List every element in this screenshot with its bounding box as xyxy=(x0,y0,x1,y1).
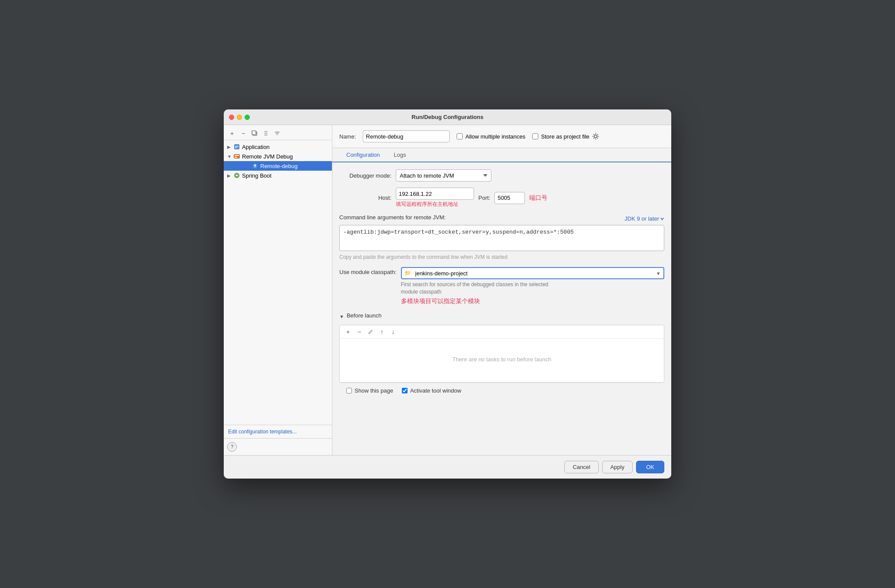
debugger-mode-row: Debugger mode: Attach to remote JVM List… xyxy=(339,169,664,182)
cmd-hint: Copy and paste the arguments to the comm… xyxy=(339,254,664,260)
module-annotation: 多模块项目可以指定某个模块 xyxy=(401,297,664,305)
before-launch-section: ▼ Before launch + − ↑ xyxy=(339,312,664,398)
store-as-project-checkbox[interactable] xyxy=(532,133,538,139)
sidebar-item-remote-debug[interactable]: Remote-debug xyxy=(224,161,332,171)
add-config-button[interactable]: + xyxy=(227,129,237,138)
show-page-group[interactable]: Show this page xyxy=(346,387,393,394)
command-textarea[interactable]: -agentlib:jdwp=transport=dt_socket,serve… xyxy=(339,225,664,251)
port-input[interactable] xyxy=(494,192,525,204)
module-input-wrapper: 📁 jenkins-demo-project ▾ First search fo… xyxy=(401,267,664,305)
before-launch-box: + − ↑ ↓ There are no tasks to run b xyxy=(339,325,664,383)
help-button[interactable]: ? xyxy=(227,442,237,452)
sidebar-item-application[interactable]: ▶ Application xyxy=(224,142,332,152)
tab-logs[interactable]: Logs xyxy=(387,148,413,162)
ok-button[interactable]: OK xyxy=(636,461,664,473)
tabs: Configuration Logs xyxy=(332,148,671,162)
show-page-checkbox[interactable] xyxy=(346,388,352,393)
before-launch-toggle[interactable]: ▼ xyxy=(339,314,344,319)
tree-arrow-spring-boot: ▶ xyxy=(227,173,233,178)
host-annotation: 填写远程程序所在主机地址 xyxy=(396,201,474,208)
before-launch-label: Before launch xyxy=(347,312,381,319)
remote-debug-icon xyxy=(252,162,259,169)
store-as-project-group: Store as project file xyxy=(532,133,599,140)
edit-icon xyxy=(368,329,373,334)
allow-multiple-group: Allow multiple instances xyxy=(457,133,525,140)
activate-window-label: Activate tool window xyxy=(410,387,461,394)
name-label: Name: xyxy=(339,133,356,140)
launch-empty-text: There are no tasks to run before launch xyxy=(452,356,551,363)
sidebar-item-spring-boot-label: Spring Boot xyxy=(242,172,272,179)
host-label: Host: xyxy=(339,195,391,201)
activate-window-checkbox[interactable] xyxy=(402,388,408,393)
svg-rect-5 xyxy=(234,154,240,159)
host-input[interactable] xyxy=(396,188,474,200)
debugger-mode-select[interactable]: Attach to remote JVM Listen to remote JV… xyxy=(396,169,491,182)
module-dropdown-icon[interactable]: ▾ xyxy=(653,270,663,277)
tree-arrow-remote-jvm: ▼ xyxy=(227,154,233,159)
allow-multiple-checkbox[interactable] xyxy=(457,133,463,139)
minimize-button[interactable] xyxy=(237,115,242,120)
maximize-button[interactable] xyxy=(245,115,250,120)
module-help-line2: module classpath xyxy=(401,289,441,295)
toolbar: + − xyxy=(224,127,332,140)
sidebar-item-remote-jvm-debug[interactable]: ▼ Remote JVM Debug xyxy=(224,152,332,161)
sidebar-item-remote-debug-label: Remote-debug xyxy=(260,163,298,169)
name-input[interactable] xyxy=(363,130,450,142)
show-page-label: Show this page xyxy=(355,387,393,394)
spring-boot-icon xyxy=(233,172,240,179)
launch-remove-button[interactable]: − xyxy=(355,327,364,337)
module-classpath-label: Use module classpath: xyxy=(339,267,397,275)
right-panel: Name: Allow multiple instances Store as … xyxy=(332,125,671,455)
tab-configuration[interactable]: Configuration xyxy=(339,148,387,162)
edit-templates-link[interactable]: Edit configuration templates... xyxy=(224,425,332,438)
remote-jvm-icon xyxy=(233,153,240,160)
dialog-footer: Cancel Apply OK xyxy=(224,455,671,479)
cmd-header-row: Command line arguments for remote JVM: J… xyxy=(339,214,664,223)
application-icon xyxy=(233,143,240,150)
store-as-project-label: Store as project file xyxy=(541,133,589,140)
sidebar-item-spring-boot[interactable]: ▶ Spring Boot xyxy=(224,171,332,180)
config-body: Debugger mode: Attach to remote JVM List… xyxy=(332,162,671,455)
chevron-down-icon xyxy=(660,217,664,221)
module-select[interactable]: jenkins-demo-project xyxy=(414,268,653,278)
cancel-button[interactable]: Cancel xyxy=(564,461,598,473)
svg-rect-3 xyxy=(235,146,239,147)
remove-config-button[interactable]: − xyxy=(239,129,248,138)
module-folder-icon: 📁 xyxy=(402,270,414,276)
activate-window-group[interactable]: Activate tool window xyxy=(402,387,461,394)
jdk-link-text: JDK 9 or later xyxy=(625,215,659,222)
sidebar-item-application-label: Application xyxy=(242,144,270,150)
tree-area: ▶ Application ▼ Remo xyxy=(224,140,332,425)
launch-add-button[interactable]: + xyxy=(343,327,353,337)
title-bar: Run/Debug Configurations xyxy=(224,109,671,125)
sidebar-item-remote-jvm-label: Remote JVM Debug xyxy=(242,153,293,160)
svg-rect-4 xyxy=(235,147,237,148)
svg-point-12 xyxy=(594,135,597,138)
jdk-link[interactable]: JDK 9 or later xyxy=(625,215,664,222)
move-config-button[interactable] xyxy=(261,129,271,138)
copy-config-button[interactable] xyxy=(250,129,259,138)
main-content: + − xyxy=(224,125,671,455)
close-button[interactable] xyxy=(229,115,234,120)
sort-config-button[interactable] xyxy=(272,129,282,138)
cmd-section: Command line arguments for remote JVM: J… xyxy=(339,214,664,260)
svg-rect-6 xyxy=(235,155,239,156)
config-header: Name: Allow multiple instances Store as … xyxy=(332,125,671,148)
svg-rect-10 xyxy=(255,166,255,167)
run-debug-dialog: Run/Debug Configurations + − xyxy=(224,109,671,479)
module-help-text: First search for sources of the debugged… xyxy=(401,281,664,296)
launch-up-button[interactable]: ↑ xyxy=(377,327,387,337)
host-input-group: 填写远程程序所在主机地址 xyxy=(396,188,474,208)
launch-down-button[interactable]: ↓ xyxy=(388,327,398,337)
settings-icon[interactable] xyxy=(592,133,599,140)
port-annotation: 端口号 xyxy=(529,194,547,202)
debugger-mode-label: Debugger mode: xyxy=(339,172,391,179)
module-classpath-section: Use module classpath: 📁 jenkins-demo-pro… xyxy=(339,267,664,305)
launch-edit-button[interactable] xyxy=(366,327,375,337)
svg-rect-1 xyxy=(252,131,256,135)
launch-empty-area: There are no tasks to run before launch xyxy=(340,339,664,382)
apply-button[interactable]: Apply xyxy=(602,461,633,473)
svg-rect-2 xyxy=(234,144,239,149)
svg-rect-9 xyxy=(254,165,256,166)
allow-multiple-label: Allow multiple instances xyxy=(465,133,525,140)
